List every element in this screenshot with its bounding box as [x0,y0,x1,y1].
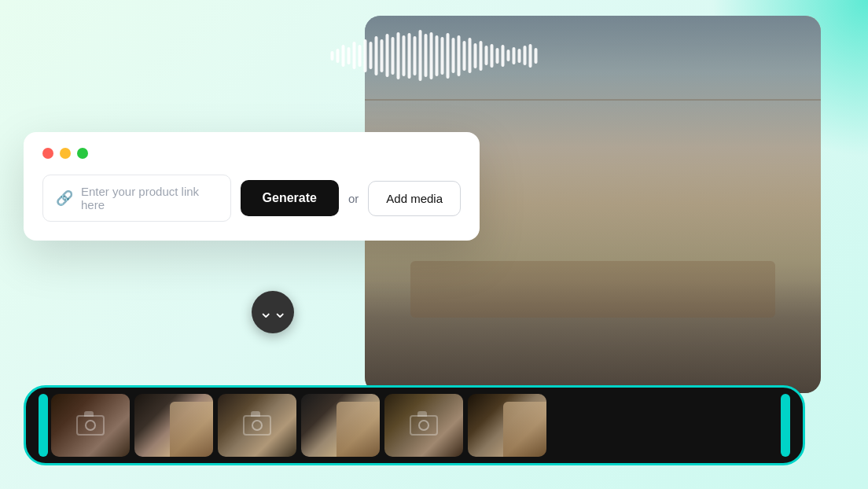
waveform-bar [436,35,439,76]
video-thumbnail-3[interactable] [218,394,296,457]
generate-button[interactable]: Generate [241,180,339,216]
link-icon: 🔗 [56,189,73,207]
waveform-bar [463,41,466,71]
camera-overlay-3 [218,394,296,457]
phone-video-strip [24,385,805,465]
video-thumbnails [51,394,778,457]
person-silhouette-6 [503,402,546,457]
camera-lens [85,420,96,431]
camera-icon-shape-5 [410,415,438,436]
camera-lens-3 [252,420,263,431]
chevron-down-indicator[interactable]: ⌄⌄ [252,291,294,333]
person-silhouette-4 [337,402,380,457]
video-thumbnail-4[interactable] [301,394,380,457]
waveform-bar [502,45,505,67]
cutting-board-decoration [410,261,775,318]
person-silhouette-2 [170,402,213,457]
camera-lens-5 [418,420,429,431]
waveform-bar [425,34,428,77]
waveform-bar [474,43,477,68]
waveform-bar [447,33,450,79]
shelf-decoration [365,99,821,101]
waveform-bar [485,46,488,65]
url-input-placeholder: Enter your product link here [81,185,218,211]
camera-icon-shape-3 [243,415,271,436]
waveform-bar [513,47,516,64]
waveform-bar [375,36,378,75]
waveform-bar [441,37,444,75]
waveform-bar [507,50,510,61]
video-strip-wrapper [24,385,805,465]
waveform-bar [452,38,455,73]
minimize-dot[interactable] [60,148,71,159]
waveform-bar [529,44,532,68]
maximize-dot[interactable] [77,148,88,159]
close-dot[interactable] [42,148,53,159]
waveform-bar [491,44,494,68]
add-media-button[interactable]: Add media [368,181,461,216]
waveform-bar [337,49,340,63]
waveform-bar [364,39,367,72]
camera-overlay-1 [51,394,130,457]
waveform-bar [353,42,356,69]
audio-waveform [331,30,538,81]
or-label: or [348,192,359,205]
chevron-down-icon: ⌄⌄ [259,303,287,321]
waveform-bar [403,35,406,76]
waveform-bar [414,36,417,75]
waveform-bar [408,33,411,79]
video-thumbnail-5[interactable] [384,394,463,457]
waveform-bar [381,39,384,72]
video-thumbnail-2[interactable] [134,394,213,457]
window-controls [42,148,461,159]
waveform-bar [419,30,422,81]
waveform-bar [496,48,499,64]
waveform-bar [524,46,527,65]
waveform-bar [430,32,433,79]
waveform-bar [331,51,334,61]
waveform-bar [348,47,351,64]
waveform-bar [370,42,373,69]
video-thumbnail-6[interactable] [468,394,546,457]
phone-side-button-left [39,394,48,457]
waveform-bar [518,49,521,63]
camera-icon-shape [76,415,105,436]
phone-side-button-right [781,394,790,457]
input-row: 🔗 Enter your product link here Generate … [42,175,461,222]
waveform-bar [359,45,362,67]
waveform-bar [397,32,400,79]
url-input-wrapper[interactable]: 🔗 Enter your product link here [42,175,231,222]
waveform-bar [480,41,483,71]
waveform-bar [342,45,345,67]
waveform-bar [392,37,395,75]
waveform-bar [458,35,461,76]
waveform-bar [386,34,389,77]
waveform-bar [469,38,472,73]
camera-overlay-5 [384,394,463,457]
video-thumbnail-1[interactable] [51,394,130,457]
waveform-bar [535,48,538,64]
browser-card: 🔗 Enter your product link here Generate … [24,132,480,241]
